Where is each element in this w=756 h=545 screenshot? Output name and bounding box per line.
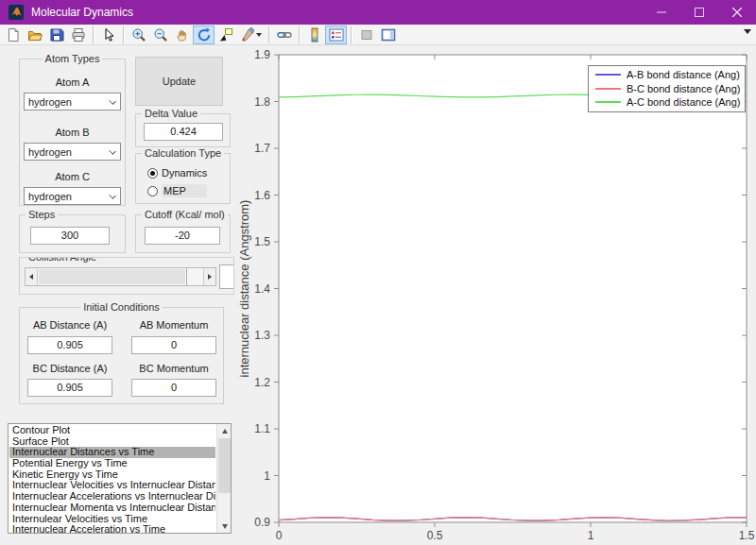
toolbar-separator [268, 26, 269, 43]
collision-angle-slider-thumb[interactable] [38, 268, 187, 285]
legend-icon [329, 27, 344, 43]
brush-button[interactable] [236, 26, 265, 44]
toolbar-overflow-icon[interactable] [744, 29, 751, 34]
maximize-button[interactable] [680, 0, 718, 25]
print-button[interactable] [67, 26, 89, 44]
dropdown-caret-icon[interactable] [256, 33, 262, 37]
mep-radio[interactable]: MEP [147, 184, 207, 197]
collision-angle-value-field[interactable] [219, 264, 234, 289]
save-icon [49, 27, 64, 43]
plot-type-listbox[interactable]: Contour PlotSurface PlotInternuclear Dis… [8, 423, 232, 534]
data-cursor-button[interactable] [215, 26, 236, 44]
atom-b-value: hydrogen [28, 146, 72, 158]
legend-line-sample [595, 74, 621, 76]
dynamics-radio[interactable]: Dynamics [147, 166, 207, 179]
atom-b-label: Atom B [20, 127, 125, 138]
atom-types-panel: Atom Types Atom A hydrogen Atom B hydrog… [19, 59, 126, 206]
titlebar: Molecular Dynamics [0, 0, 756, 25]
colorbar-button[interactable] [303, 26, 325, 44]
down-arrow-icon [222, 524, 228, 529]
collision-angle-title: Collision Angle [26, 257, 99, 263]
new-document-icon [6, 27, 21, 43]
toolbar-separator [123, 26, 124, 43]
bc-momentum-field[interactable]: 0 [131, 379, 216, 397]
dynamics-radio-label: Dynamics [162, 167, 207, 179]
link-plots-button[interactable] [273, 26, 295, 44]
calculation-type-panel: Calculation Type Dynamics MEP [135, 153, 231, 204]
toolbar-separator [93, 26, 94, 43]
svg-text:1.2: 1.2 [254, 376, 270, 389]
open-folder-button[interactable] [24, 26, 45, 44]
slider-right-arrow[interactable] [203, 268, 215, 285]
scroll-up-button[interactable] [217, 424, 232, 437]
atom-c-dropdown[interactable]: hydrogen [24, 187, 121, 205]
rotate-3d-icon [197, 27, 212, 43]
molecular-dynamics-window: { "window": {"title": "Molecular Dynamic… [0, 0, 756, 545]
show-plot-tools-button[interactable] [377, 26, 399, 44]
new-document-button[interactable] [2, 26, 24, 44]
colorbar-icon [307, 27, 322, 43]
pointer-button[interactable] [97, 26, 119, 44]
svg-text:1: 1 [264, 469, 270, 483]
steps-title: Steps [26, 209, 58, 220]
data-cursor-icon [218, 27, 233, 43]
slider-left-arrow[interactable] [26, 268, 38, 285]
bc-distance-field[interactable]: 0.905 [27, 379, 112, 397]
window-title: Molecular Dynamics [31, 6, 133, 19]
list-item[interactable]: Potential Energy vs Time [9, 458, 215, 469]
svg-text:internuclear distance (Angstro: internuclear distance (Angstrom) [237, 200, 251, 378]
cutoff-field[interactable]: -20 [145, 227, 220, 245]
pan-hand-button[interactable] [171, 26, 193, 44]
zoom-in-button[interactable] [128, 26, 149, 44]
initial-conditions-title: Initial Conditions [80, 301, 163, 313]
svg-text:1.8: 1.8 [254, 95, 270, 109]
steps-field[interactable]: 300 [30, 227, 110, 245]
minimize-button[interactable] [643, 0, 680, 25]
svg-text:1.6: 1.6 [254, 189, 270, 202]
zoom-out-icon [153, 27, 168, 43]
atom-c-value: hydrogen [28, 191, 72, 202]
ab-distance-field[interactable]: 0.905 [27, 336, 112, 354]
plot-legend[interactable]: A-B bond distance (Ang)B-C bond distance… [588, 65, 746, 112]
listbox-scrollbar[interactable] [216, 424, 231, 533]
collision-angle-slider[interactable] [25, 267, 216, 286]
up-arrow-icon [222, 429, 228, 434]
delta-value-field[interactable]: 0.424 [144, 123, 223, 141]
cutoff-panel: Cutoff (Kcal/ mol) -20 [135, 214, 231, 253]
legend-button[interactable] [325, 26, 347, 44]
collision-angle-panel: Collision Angle [19, 257, 234, 295]
scrollbar-thumb[interactable] [218, 438, 231, 493]
svg-text:0: 0 [276, 529, 283, 542]
atom-a-label: Atom A [20, 77, 125, 88]
zoom-out-button[interactable] [149, 26, 171, 44]
pointer-icon [101, 27, 116, 43]
list-item[interactable]: Contour Plot [9, 425, 215, 436]
list-item[interactable]: Internuclear Acceleration vs Time [9, 524, 215, 533]
svg-text:1.9: 1.9 [254, 48, 270, 61]
atom-b-dropdown[interactable]: hydrogen [24, 143, 121, 161]
svg-text:0.5: 0.5 [427, 529, 443, 542]
atom-a-dropdown[interactable]: hydrogen [24, 93, 121, 111]
matlab-logo-icon [9, 5, 24, 20]
calculation-type-title: Calculation Type [142, 147, 224, 159]
chevron-down-icon [109, 147, 116, 155]
svg-text:1.4: 1.4 [254, 282, 270, 296]
plot-canvas[interactable]: 0.911.11.21.31.41.51.61.71.81.900.511.5i… [236, 47, 756, 545]
scroll-down-button[interactable] [217, 519, 232, 533]
list-item[interactable]: Internuclear Momenta vs Internuclear Dis… [9, 502, 215, 514]
close-button[interactable] [718, 0, 756, 25]
pan-hand-icon [175, 27, 190, 43]
ab-momentum-field[interactable]: 0 [131, 336, 216, 354]
legend-line-sample [595, 88, 621, 90]
atom-c-label: Atom C [20, 171, 125, 182]
update-button[interactable]: Update [135, 57, 223, 106]
listbox-items: Contour PlotSurface PlotInternuclear Dis… [9, 425, 215, 533]
chevron-down-icon [109, 97, 116, 105]
svg-text:0.9: 0.9 [254, 516, 270, 529]
radio-icon [147, 168, 158, 179]
rotate-3d-button[interactable] [193, 26, 215, 44]
save-button[interactable] [45, 26, 67, 44]
legend-entry: A-B bond distance (Ang) [595, 68, 741, 82]
figure-toolbar [0, 25, 756, 45]
left-arrow-icon [29, 274, 33, 280]
